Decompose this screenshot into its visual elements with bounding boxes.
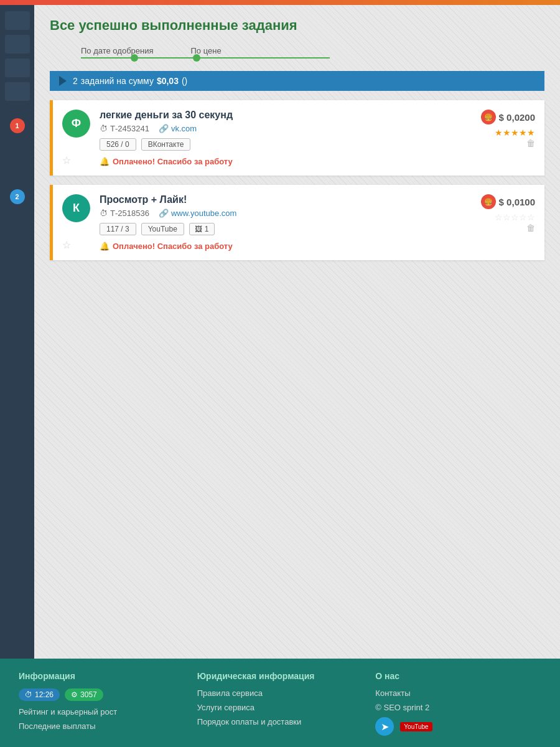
sidebar-item-4: [5, 82, 30, 101]
tasks-header: 2 заданий на сумму $0,03 (): [50, 71, 544, 91]
content-area: Все успешно выполненные задания По дате …: [34, 5, 560, 659]
task-tags-2: 117 / 3 YouTube 🖼 1: [100, 223, 535, 235]
img-icon-2: 🖼: [195, 225, 202, 233]
task-price-2: 🍔 $ 0,0100 ☆☆☆☆☆ 🗑: [481, 194, 535, 233]
footer-badges: ⏱ 12:26 ⚙ 3057: [19, 688, 185, 701]
sidebar-item-2: [5, 35, 30, 54]
link-icon-2: 🔗: [159, 209, 169, 218]
task-link-2[interactable]: 🔗 www.youtube.com: [159, 209, 237, 218]
sort-dot-price[interactable]: [193, 54, 200, 62]
footer: Информация ⏱ 12:26 ⚙ 3057 Рейтинг и карь…: [0, 659, 560, 747]
footer-social-row: ➤ YouTube: [375, 717, 541, 736]
sidebar-badge-2[interactable]: 2: [10, 189, 25, 204]
sort-label-date[interactable]: По дате одобрения: [81, 46, 154, 55]
sidebar-badge-1[interactable]: 1: [10, 118, 25, 133]
price-value-2: 🍔 $ 0,0100: [481, 194, 535, 209]
sidebar-item-3: [5, 59, 30, 77]
tasks-label: заданий на сумму: [81, 76, 154, 86]
price-icon-2: 🍔: [481, 194, 496, 209]
header-triangle: [59, 76, 67, 86]
sort-dot-date[interactable]: [131, 54, 138, 62]
task-card-2: К Просмотр + Лайк! ⏱ Т-2518536 🔗 www.you…: [50, 185, 544, 260]
footer-col-about: О нас Контакты © SEO sprint 2 ➤ YouTube: [375, 671, 541, 736]
task-card-1: Ф легкие деньги за 30 секунд ⏱ Т-2453241…: [50, 100, 544, 176]
delete-icon-1[interactable]: 🗑: [526, 138, 535, 148]
footer-link-rating[interactable]: Рейтинг и карьерный рост: [19, 707, 185, 716]
task-info-1: легкие деньги за 30 секунд ⏱ Т-2453241 🔗…: [100, 110, 535, 166]
task-id-1: ⏱ Т-2453241: [100, 124, 149, 133]
footer-col1-title: Информация: [19, 671, 185, 681]
stars-1[interactable]: ★★★★★: [481, 128, 535, 138]
task-info-2: Просмотр + Лайк! ⏱ Т-2518536 🔗 www.youtu…: [100, 194, 535, 251]
sidebar-item-1: [5, 11, 30, 30]
empty-stars-2: ☆☆☆☆☆: [495, 212, 535, 222]
task-avatar-2: К: [62, 194, 90, 222]
clock-icon-1: ⏱: [100, 124, 108, 133]
footer-link-payment-order[interactable]: Порядок оплаты и доставки: [197, 717, 363, 726]
main-wrapper: 1 2 Все успешно выполненные задания По д…: [0, 5, 560, 659]
task-tags-1: 526 / 0 ВКонтакте: [100, 138, 535, 151]
favorite-icon-2[interactable]: ☆: [62, 239, 71, 251]
footer-link-payments[interactable]: Последние выплаты: [19, 721, 185, 731]
footer-grid: Информация ⏱ 12:26 ⚙ 3057 Рейтинг и карь…: [19, 671, 541, 736]
tag-img-2: 🖼 1: [189, 223, 215, 235]
paid-icon-2: 🔔: [100, 242, 110, 251]
footer-col-info: Информация ⏱ 12:26 ⚙ 3057 Рейтинг и карь…: [19, 671, 185, 736]
tasks-count: 2: [73, 76, 78, 86]
time-icon: ⏱: [25, 690, 32, 699]
task-paid-2: 🔔 Оплачено! Спасибо за работу: [100, 242, 535, 251]
sidebar: 1 2: [0, 5, 34, 659]
footer-col2-title: Юридическая информация: [197, 671, 363, 681]
footer-col3-title: О нас: [375, 671, 541, 681]
top-bar: [0, 0, 560, 5]
footer-link-contacts[interactable]: Контакты: [375, 688, 541, 698]
task-id-2: ⏱ Т-2518536: [100, 209, 149, 218]
task-top-row-2: К Просмотр + Лайк! ⏱ Т-2518536 🔗 www.you…: [62, 194, 535, 251]
tag-count-2: 117 / 3: [100, 223, 136, 235]
task-link-1[interactable]: 🔗 vk.com: [159, 124, 197, 133]
task-title-1: легкие деньги за 30 секунд: [100, 110, 535, 121]
price-value-1: 🍔 $ 0,0200: [481, 110, 535, 125]
favorite-icon-1[interactable]: ☆: [62, 154, 71, 166]
link-icon-1: 🔗: [159, 124, 169, 133]
youtube-badge[interactable]: YouTube: [400, 722, 432, 731]
gear-icon: ⚙: [71, 690, 78, 699]
price-icon-1: 🍔: [481, 110, 496, 125]
tag-platform-2: YouTube: [141, 223, 184, 235]
task-price-1: 🍔 $ 0,0200 ★★★★★ 🗑: [481, 110, 535, 149]
footer-link-services[interactable]: Услуги сервиса: [197, 703, 363, 712]
sort-track: [81, 57, 330, 59]
footer-link-seo[interactable]: © SEO sprint 2: [375, 703, 541, 712]
task-paid-1: 🔔 Оплачено! Спасибо за работу: [100, 157, 535, 166]
delete-icon-2[interactable]: 🗑: [526, 223, 535, 233]
sidebar-numbers: 1 2: [10, 118, 25, 204]
sort-labels-row: По дате одобрения По цене: [81, 46, 544, 55]
footer-col-legal: Юридическая информация Правила сервиса У…: [197, 671, 363, 736]
stars-2[interactable]: ☆☆☆☆☆: [481, 212, 535, 222]
footer-badge-points: ⚙ 3057: [65, 688, 103, 701]
footer-link-rules[interactable]: Правила сервиса: [197, 688, 363, 698]
telegram-icon[interactable]: ➤: [375, 717, 394, 736]
tag-count-1: 526 / 0: [100, 138, 136, 151]
clock-icon-2: ⏱: [100, 209, 108, 218]
task-title-2: Просмотр + Лайк!: [100, 194, 535, 205]
task-avatar-1: Ф: [62, 110, 90, 138]
footer-badge-time: ⏱ 12:26: [19, 688, 60, 701]
tag-platform-1: ВКонтакте: [141, 138, 191, 151]
task-meta-1: ⏱ Т-2453241 🔗 vk.com: [100, 124, 535, 133]
tasks-amount: $0,03: [157, 76, 179, 86]
page-title: Все успешно выполненные задания: [50, 17, 544, 34]
task-top-row-1: Ф легкие деньги за 30 секунд ⏱ Т-2453241…: [62, 110, 535, 166]
paid-icon-1: 🔔: [100, 157, 110, 166]
tasks-extra: (): [182, 76, 187, 86]
task-meta-2: ⏱ Т-2518536 🔗 www.youtube.com: [100, 209, 535, 218]
